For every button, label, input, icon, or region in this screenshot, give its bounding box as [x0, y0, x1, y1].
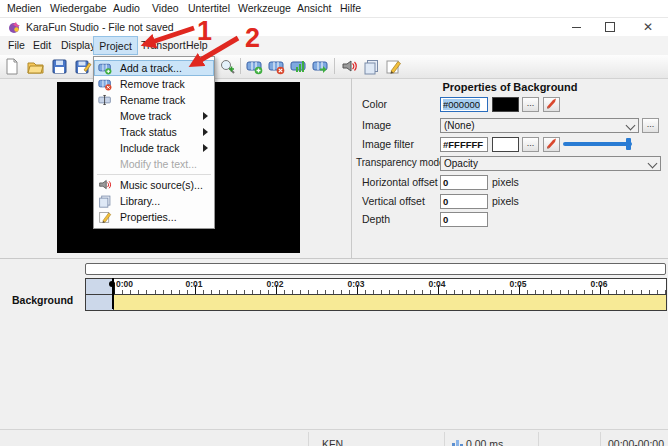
menu-item-label: Rename track — [120, 94, 185, 106]
color-value-input[interactable]: #000000 — [440, 97, 488, 112]
host-menu-wiedergabe[interactable]: Wiedergabe — [50, 2, 107, 15]
open-file-icon[interactable] — [27, 58, 44, 75]
project-menu-popup: Add a track... Remove track Rename track… — [93, 56, 215, 229]
brush-icon — [546, 98, 558, 109]
ruler-label: 0:05 — [509, 279, 526, 289]
statusbar-separator — [308, 432, 309, 446]
statusbar: KFN 0.00 ms 00:00-00:00 — [0, 429, 668, 446]
add-track-icon[interactable] — [246, 58, 263, 75]
library-icon[interactable] — [363, 58, 380, 75]
track-header-cell[interactable] — [86, 295, 114, 310]
transparency-mode-dropdown[interactable]: Opacity — [440, 156, 661, 171]
transparency-mode-value: Opacity — [444, 158, 478, 169]
host-menu-medien[interactable]: Medien — [7, 2, 41, 15]
horizontal-offset-input[interactable]: 0 — [440, 175, 488, 190]
remove-track-icon[interactable] — [268, 58, 285, 75]
color-picker-brush-button[interactable] — [543, 97, 560, 112]
music-source-icon — [98, 178, 112, 192]
window-title: KaraFun Studio - File not saved — [26, 21, 174, 34]
host-menu-werkzeuge[interactable]: Werkzeuge — [238, 2, 291, 15]
latency-status: 0.00 ms — [466, 438, 503, 446]
ruler-label: 0:03 — [347, 279, 364, 289]
track-levels-icon[interactable] — [290, 58, 307, 75]
menu-item-move-track[interactable]: Move track — [94, 108, 214, 124]
menu-help[interactable]: Help — [182, 36, 212, 55]
image-browse-button[interactable]: ... — [642, 118, 659, 133]
minimize-button[interactable] — [559, 18, 593, 37]
menu-item-label: Add a track... — [120, 62, 182, 74]
image-filter-label: Image filter — [362, 138, 414, 150]
menu-item-label: Track status — [120, 126, 177, 138]
image-filter-slider[interactable] — [563, 142, 632, 146]
menu-item-rename-track[interactable]: Rename track — [94, 92, 214, 108]
submenu-arrow-icon — [203, 112, 208, 120]
host-menu-audio[interactable]: Audio — [113, 2, 140, 15]
maximize-button[interactable] — [593, 18, 627, 37]
menu-item-label: Move track — [120, 110, 171, 122]
music-source-icon[interactable] — [341, 58, 358, 75]
new-file-icon[interactable] — [3, 58, 20, 75]
image-filter-swatch[interactable] — [492, 137, 519, 152]
host-menu-video[interactable]: Video — [152, 2, 179, 15]
include-track-icon[interactable] — [312, 58, 329, 75]
brush-icon — [546, 138, 558, 149]
ruler-label: 0:01 — [185, 279, 202, 289]
image-filter-value-input[interactable]: #FFFFFF — [440, 137, 488, 152]
properties-panel-title: Properties of Background — [352, 81, 668, 93]
vertical-offset-input[interactable]: 0 — [440, 194, 488, 209]
color-browse-button[interactable]: ... — [522, 97, 539, 112]
horizontal-offset-unit: pixels — [492, 176, 519, 188]
library-icon — [98, 194, 112, 208]
menu-item-track-status[interactable]: Track status — [94, 124, 214, 140]
rename-track-icon — [98, 93, 112, 107]
menu-item-library[interactable]: Library... — [94, 193, 214, 209]
zoom-icon[interactable] — [219, 58, 236, 75]
menu-item-label: Properties... — [120, 211, 177, 223]
image-dropdown[interactable]: (None) — [440, 118, 639, 133]
chevron-down-icon — [648, 159, 658, 169]
menu-item-label: Library... — [120, 195, 160, 207]
close-button[interactable]: ✕ — [631, 18, 665, 37]
host-menu-ansicht[interactable]: Ansicht — [297, 2, 331, 15]
timeline-grid — [85, 278, 667, 311]
latency-chart-icon — [452, 438, 463, 446]
background-track-bar[interactable] — [114, 295, 666, 310]
color-label: Color — [362, 98, 387, 110]
menu-item-add-a-track[interactable]: Add a track... — [94, 60, 214, 76]
statusbar-separator — [538, 432, 539, 446]
menu-item-modify-the-text: Modify the text... — [94, 156, 214, 172]
edit-properties-icon[interactable] — [385, 58, 402, 75]
image-dropdown-value: (None) — [444, 120, 475, 131]
host-menu-untertitel[interactable]: Untertitel — [188, 2, 230, 15]
depth-value: 0 — [443, 214, 448, 225]
menu-file[interactable]: File — [4, 36, 29, 55]
image-filter-browse-button[interactable]: ... — [522, 137, 539, 152]
color-swatch[interactable] — [492, 97, 519, 112]
menu-item-include-track[interactable]: Include track — [94, 140, 214, 156]
image-label: Image — [362, 119, 391, 131]
depth-input[interactable]: 0 — [440, 212, 488, 227]
color-value-text: #000000 — [443, 99, 480, 110]
timeline-seekbar[interactable] — [85, 263, 666, 275]
menu-edit[interactable]: Edit — [29, 36, 55, 55]
vertical-offset-label: Vertical offset — [362, 195, 425, 207]
menu-item-properties[interactable]: Properties... — [94, 209, 214, 225]
host-menu-hilfe[interactable]: Hilfe — [340, 2, 361, 15]
playhead-handle[interactable] — [109, 281, 115, 287]
panel-divider-horizontal — [0, 258, 668, 259]
menu-item-music-sources[interactable]: Music source(s)... — [94, 177, 214, 193]
ruler-label: 0:04 — [428, 279, 445, 289]
horizontal-offset-label: Horizontal offset — [362, 176, 438, 188]
menu-separator — [97, 174, 211, 175]
toolbar-separator — [240, 58, 241, 74]
menu-item-remove-track[interactable]: Remove track — [94, 76, 214, 92]
image-filter-brush-button[interactable] — [543, 137, 560, 152]
save-file-icon[interactable] — [51, 58, 68, 75]
depth-label: Depth — [362, 213, 390, 225]
titlebar: KaraFun Studio - File not saved ✕ — [0, 17, 668, 37]
menu-project[interactable]: Project — [93, 36, 138, 55]
slider-handle[interactable] — [626, 138, 631, 150]
menu-item-label: Music source(s)... — [120, 179, 203, 191]
app-menubar: File Edit Display Project Transport Help — [0, 36, 668, 55]
save-as-icon[interactable] — [75, 58, 92, 75]
